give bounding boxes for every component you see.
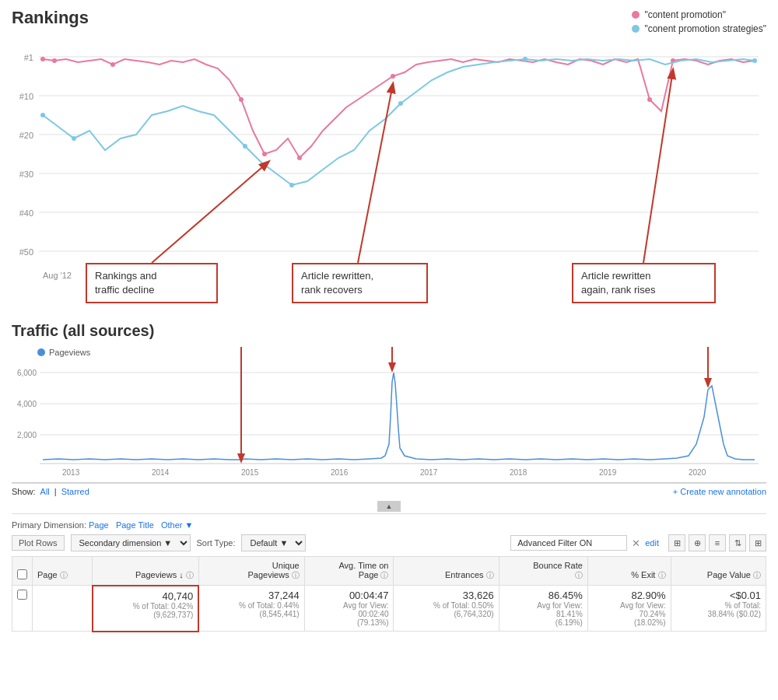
legend-item-2: "conent promotion strategies" xyxy=(632,23,766,34)
rankings-svg: #1 #10 #20 #30 #40 #50 Aug '12 Jun xyxy=(12,37,766,317)
svg-point-16 xyxy=(110,62,115,67)
td-bounce-rate: 86.45% Avg for View:81.41%(6.19%) xyxy=(499,586,587,632)
svg-point-21 xyxy=(647,97,652,102)
td-unique-pageviews: 37,244 % of Total: 0.44%(8,545,441) xyxy=(198,586,304,632)
svg-point-26 xyxy=(289,183,294,187)
create-annotation[interactable]: + Create new annotation xyxy=(673,487,766,496)
traffic-title: Traffic (all sources) xyxy=(12,322,766,340)
td-checkbox xyxy=(12,586,33,632)
th-page[interactable]: Page ⓘ xyxy=(33,557,93,586)
pageviews-sub: % of Total: 0.42%(9,629,737) xyxy=(98,602,194,619)
grid-view-icon[interactable]: ⊞ xyxy=(668,534,685,551)
svg-text:#20: #20 xyxy=(19,131,33,140)
svg-point-15 xyxy=(52,58,57,63)
traffic-chart: Pageviews 6,000 4,000 2,000 2013 2014 20… xyxy=(12,343,766,483)
table-header-row: Page ⓘ Pageviews ↓ ⓘ UniquePageviews ⓘ A… xyxy=(12,557,766,586)
collapse-button-area: ▲ xyxy=(12,501,766,512)
svg-text:2014: 2014 xyxy=(152,468,170,477)
view-icons: ⊞ ⊕ ≡ ⇅ ⊞ xyxy=(668,534,766,551)
unique-pageviews-sub: % of Total: 0.44%(8,545,441) xyxy=(204,601,299,618)
filter-value: Advanced Filter ON xyxy=(517,538,592,548)
th-page-value: Page Value ⓘ xyxy=(671,557,766,586)
svg-point-33 xyxy=(37,348,45,356)
show-label: Show: xyxy=(12,487,36,496)
collapse-btn[interactable]: ▲ xyxy=(377,501,401,512)
other-dropdown[interactable]: Other ▼ xyxy=(161,520,193,530)
rankings-chart: #1 #10 #20 #30 #40 #50 Aug '12 Jun xyxy=(12,37,766,317)
pct-exit-value: 82.90% xyxy=(593,590,666,601)
svg-text:#40: #40 xyxy=(19,208,33,218)
secondary-dimension-select[interactable]: Secondary dimension ▼ xyxy=(71,534,191,551)
svg-text:#30: #30 xyxy=(19,170,33,179)
show-separator: | xyxy=(54,487,57,496)
avg-time-value: 00:04:47 xyxy=(310,590,389,601)
td-page xyxy=(33,586,93,632)
sort-type-label: Sort Type: xyxy=(197,538,236,548)
bounce-rate-sub: Avg for View:81.41%(6.19%) xyxy=(504,601,583,627)
page-value-sub: % of Total:38.84% ($0.02) xyxy=(676,601,762,618)
th-bounce-rate: Bounce Rate ⓘ xyxy=(499,557,587,586)
analytics-controls: Primary Dimension: Page Page Title Other… xyxy=(12,513,766,635)
svg-text:2,000: 2,000 xyxy=(17,431,37,439)
globe-icon[interactable]: ⊕ xyxy=(689,534,706,551)
th-unique-pageviews[interactable]: UniquePageviews ⓘ xyxy=(198,557,304,586)
th-checkbox xyxy=(12,557,33,586)
legend-label-1: "content promotion" xyxy=(644,9,726,20)
th-pct-exit: % Exit ⓘ xyxy=(587,557,671,586)
svg-text:4,000: 4,000 xyxy=(17,400,37,408)
row-checkbox[interactable] xyxy=(17,590,27,600)
page-value-value: <$0.01 xyxy=(676,590,762,601)
plot-rows-button[interactable]: Plot Rows xyxy=(12,535,65,551)
svg-point-29 xyxy=(752,58,757,63)
legend-item-1: "content promotion" xyxy=(632,9,766,20)
svg-point-18 xyxy=(262,152,267,156)
data-table: Page ⓘ Pageviews ↓ ⓘ UniquePageviews ⓘ A… xyxy=(12,556,766,632)
svg-point-24 xyxy=(72,136,76,141)
compare-icon[interactable]: ⇅ xyxy=(729,534,746,551)
rankings-header: Rankings "content promotion" "conent pro… xyxy=(12,8,766,34)
show-starred[interactable]: Starred xyxy=(61,487,89,496)
select-all-checkbox[interactable] xyxy=(17,569,27,579)
svg-text:2018: 2018 xyxy=(510,468,527,477)
svg-text:Aug '12: Aug '12 xyxy=(43,271,72,280)
td-pct-exit: 82.90% Avg for View:70.24%(18.02%) xyxy=(587,586,671,632)
pageviews-value: 40,740 xyxy=(98,590,194,602)
th-entrances: Entrances ⓘ xyxy=(394,557,499,586)
page-link[interactable]: Page xyxy=(89,520,109,530)
legend: "content promotion" "conent promotion st… xyxy=(632,8,766,34)
svg-text:2017: 2017 xyxy=(420,468,438,477)
th-pageviews[interactable]: Pageviews ↓ ⓘ xyxy=(93,557,199,586)
th-avg-time: Avg. Time onPage ⓘ xyxy=(304,557,394,586)
svg-marker-51 xyxy=(237,453,245,464)
filter-box: Advanced Filter ON xyxy=(510,535,627,551)
entrances-value: 33,626 xyxy=(398,590,493,601)
filter-clear-button[interactable]: ✕ xyxy=(632,537,640,549)
filter-edit-button[interactable]: edit xyxy=(645,538,659,548)
td-avg-time: 00:04:47 Avg for View:00:02:40(79.13%) xyxy=(304,586,394,632)
unique-pageviews-value: 37,244 xyxy=(204,590,299,601)
svg-text:6,000: 6,000 xyxy=(17,369,37,377)
list-view-icon[interactable]: ≡ xyxy=(709,534,726,551)
svg-point-19 xyxy=(297,156,302,160)
legend-label-2: "conent promotion strategies" xyxy=(644,23,766,34)
svg-point-17 xyxy=(239,97,244,102)
show-all[interactable]: All xyxy=(40,487,50,496)
table-row: 40,740 % of Total: 0.42%(9,629,737) 37,2… xyxy=(12,586,766,632)
td-page-value: <$0.01 % of Total:38.84% ($0.02) xyxy=(671,586,766,632)
primary-dimension-label: Primary Dimension: xyxy=(12,520,86,530)
svg-point-20 xyxy=(391,74,395,79)
page-title-link[interactable]: Page Title xyxy=(116,520,154,530)
traffic-svg: Pageviews 6,000 4,000 2,000 2013 2014 20… xyxy=(12,343,766,487)
main-container: Rankings "content promotion" "conent pro… xyxy=(0,0,778,643)
pivot-icon[interactable]: ⊞ xyxy=(749,534,766,551)
td-entrances: 33,626 % of Total: 0.50%(6,764,320) xyxy=(394,586,499,632)
pct-exit-sub: Avg for View:70.24%(18.02%) xyxy=(593,601,666,627)
annotation-1: Rankings andtraffic decline xyxy=(86,263,218,303)
svg-point-28 xyxy=(523,57,527,61)
td-pageviews: 40,740 % of Total: 0.42%(9,629,737) xyxy=(93,586,199,632)
svg-point-25 xyxy=(243,144,247,149)
sort-type-select[interactable]: Default ▼ xyxy=(241,534,306,551)
toolbar-row: Plot Rows Secondary dimension ▼ Sort Typ… xyxy=(12,534,766,551)
svg-marker-53 xyxy=(388,362,396,373)
svg-text:2015: 2015 xyxy=(241,468,259,477)
